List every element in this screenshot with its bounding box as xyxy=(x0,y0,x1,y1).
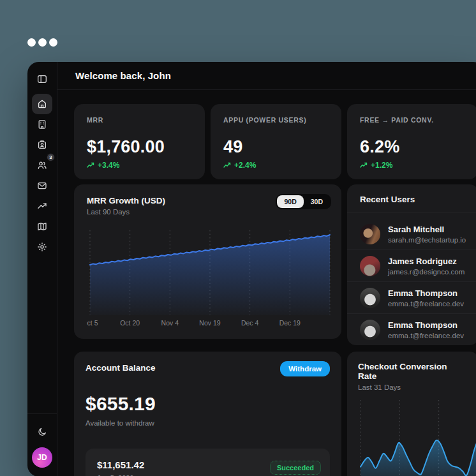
svg-text:Dec 19: Dec 19 xyxy=(279,319,301,327)
user-email: james.r@designco.com xyxy=(388,268,465,276)
checkout-conversion-chart xyxy=(358,400,476,476)
stat-value: 6.2% xyxy=(360,137,399,157)
mrr-growth-card: MRR Growth (USD) Last 90 Days 90D 30D Oc… xyxy=(74,184,341,339)
sidebar-item-analytics[interactable] xyxy=(32,196,52,216)
svg-text:Nov 4: Nov 4 xyxy=(161,319,179,327)
users-badge: 3 xyxy=(47,153,55,161)
user-email: emma.t@freelance.dev xyxy=(388,332,464,339)
transaction-row[interactable]: $11,651.42 Jan 5, 2026 Succeeded xyxy=(86,449,330,476)
sidebar-item-inbox[interactable] xyxy=(32,175,52,196)
stat-card-mrr: MRR $1,760.00 +3.4% xyxy=(74,104,205,179)
sidebar-nav: 3 xyxy=(32,94,52,257)
range-toggle: 90D 30D xyxy=(276,194,331,209)
mail-icon xyxy=(37,181,47,191)
balance-subtitle: Available to withdraw xyxy=(86,419,330,427)
sidebar-footer: JD xyxy=(27,413,57,476)
svg-text:Oct 20: Oct 20 xyxy=(120,319,140,327)
trend-up-icon xyxy=(360,162,368,168)
checkout-title: Checkout Conversion Rate xyxy=(358,362,468,381)
list-item[interactable]: Emma Thompson emma.t@freelance.dev xyxy=(347,314,476,345)
avatar xyxy=(360,256,380,276)
recent-users-card: Recent Users Sarah Mitchell sarah.m@tech… xyxy=(347,184,476,345)
user-email: emma.t@freelance.dev xyxy=(388,300,464,308)
sidebar-item-map[interactable] xyxy=(32,216,52,237)
withdraw-button[interactable]: Withdraw xyxy=(280,361,330,376)
map-icon xyxy=(37,221,47,232)
trending-up-icon xyxy=(37,201,47,211)
balance-amount: $655.19 xyxy=(86,393,330,415)
moon-icon xyxy=(38,427,47,436)
list-item[interactable]: James Rodriguez james.r@designco.com xyxy=(347,250,476,282)
checkout-subtitle: Last 31 Days xyxy=(358,383,468,391)
user-name: Emma Thompson xyxy=(388,288,464,298)
sidebar-toggle-icon[interactable] xyxy=(33,70,51,88)
sidebar-item-settings[interactable] xyxy=(32,237,52,257)
sidebar-item-contacts[interactable] xyxy=(32,135,52,155)
stats-row: MRR $1,760.00 +3.4% APPU (POWER USERS) 4… xyxy=(74,104,468,179)
recent-users-title: Recent Users xyxy=(360,195,466,204)
status-badge: Succeeded xyxy=(270,461,321,475)
user-name: James Rodriguez xyxy=(388,257,465,266)
gear-icon xyxy=(37,242,47,252)
recent-users-header: Recent Users xyxy=(347,184,476,212)
window-dot[interactable] xyxy=(49,38,57,47)
stat-delta: +3.4% xyxy=(87,161,119,170)
user-name: Emma Thompson xyxy=(388,320,464,330)
recent-users-list: Sarah Mitchell sarah.m@techstartup.io Ja… xyxy=(347,218,476,345)
theme-toggle[interactable] xyxy=(33,422,51,440)
window-controls[interactable] xyxy=(27,38,57,47)
main-area: Welcome back, John MRR $1,760.00 +3.4% A… xyxy=(57,62,476,476)
mrr-growth-chart: Oct 5Oct 20Nov 4Nov 19Dec 4Dec 19 xyxy=(87,230,332,330)
stat-label: MRR xyxy=(87,116,192,124)
avatar xyxy=(360,288,380,308)
trend-up-icon xyxy=(223,162,231,168)
stat-value: 49 xyxy=(223,137,242,157)
range-90d-button[interactable]: 90D xyxy=(277,195,303,208)
user-avatar[interactable]: JD xyxy=(32,447,52,468)
svg-text:Nov 19: Nov 19 xyxy=(199,319,220,327)
svg-text:Dec 4: Dec 4 xyxy=(241,319,259,327)
window-dot[interactable] xyxy=(27,38,36,47)
stat-card-conversion: FREE → PAID CONV. 6.2% +1.2% xyxy=(347,104,476,179)
svg-text:Oct 5: Oct 5 xyxy=(87,319,98,327)
main-grid: MRR Growth (USD) Last 90 Days 90D 30D Oc… xyxy=(74,184,468,476)
sidebar-item-organization[interactable] xyxy=(32,114,52,135)
user-email: sarah.m@techstartup.io xyxy=(388,236,466,244)
window-dot[interactable] xyxy=(38,38,47,47)
sidebar-item-home[interactable] xyxy=(32,94,52,114)
users-icon xyxy=(37,160,47,170)
home-icon xyxy=(37,99,47,109)
sidebar-item-users[interactable]: 3 xyxy=(32,155,52,175)
building-icon xyxy=(37,119,47,130)
stat-delta: +1.2% xyxy=(360,161,392,170)
stat-label: FREE → PAID CONV. xyxy=(360,116,465,124)
avatar xyxy=(360,224,380,244)
user-name: Sarah Mitchell xyxy=(388,225,466,234)
range-30d-button[interactable]: 30D xyxy=(304,195,330,208)
id-card-icon xyxy=(37,140,47,150)
stat-value: $1,760.00 xyxy=(87,137,165,157)
page-title: Welcome back, John xyxy=(75,70,171,81)
checkout-conversion-card: Checkout Conversion Rate Last 31 Days xyxy=(347,352,476,476)
account-balance-card: Account Balance Withdraw $655.19 Availab… xyxy=(74,352,341,476)
page-header: Welcome back, John xyxy=(57,62,476,90)
stat-delta: +2.4% xyxy=(223,161,256,170)
stat-card-appu: APPU (POWER USERS) 49 +2.4% xyxy=(211,104,341,179)
trend-up-icon xyxy=(87,162,94,168)
app-window: 3 xyxy=(27,62,476,476)
dashboard-content: MRR $1,760.00 +3.4% APPU (POWER USERS) 4… xyxy=(57,90,476,476)
avatar xyxy=(360,320,380,340)
sidebar: 3 xyxy=(27,62,57,476)
stat-label: APPU (POWER USERS) xyxy=(223,116,329,124)
list-item[interactable]: Emma Thompson emma.t@freelance.dev xyxy=(347,282,476,314)
list-item[interactable]: Sarah Mitchell sarah.m@techstartup.io xyxy=(347,218,476,250)
